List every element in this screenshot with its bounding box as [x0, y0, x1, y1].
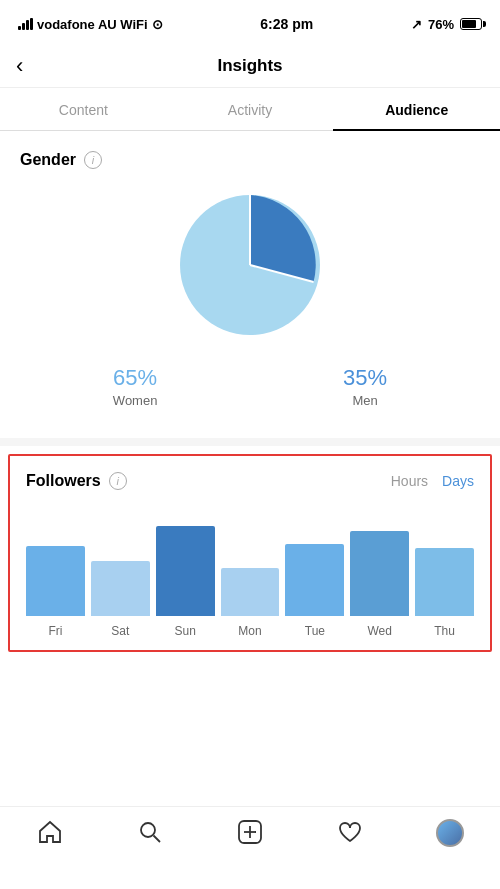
section-divider [0, 438, 500, 446]
bar [350, 531, 409, 616]
bar [26, 546, 85, 616]
pie-chart-container [20, 185, 480, 345]
bar-day-label: Wed [350, 624, 409, 638]
followers-title: Followers i [26, 472, 127, 490]
women-percent: 65% [113, 365, 158, 391]
tabs-bar: Content Activity Audience [0, 88, 500, 131]
add-icon [237, 819, 263, 851]
bar-day-label: Fri [26, 624, 85, 638]
nav-search[interactable] [100, 819, 200, 851]
back-button[interactable]: ‹ [16, 53, 23, 79]
profile-avatar [436, 819, 464, 847]
time-display: 6:28 pm [260, 16, 313, 32]
men-stat: 35% Men [343, 365, 387, 408]
bar [415, 548, 474, 616]
followers-info-icon[interactable]: i [109, 472, 127, 490]
bar-item: Tue [285, 510, 344, 616]
hours-button[interactable]: Hours [391, 473, 428, 489]
location-icon: ↗ [411, 17, 422, 32]
followers-section: Followers i Hours Days FriSatSunMonTueWe… [8, 454, 492, 652]
followers-controls: Hours Days [391, 473, 474, 489]
signal-icon [18, 18, 33, 30]
gender-pie-chart [170, 185, 330, 345]
carrier-text: vodafone AU WiFi [37, 17, 148, 32]
header: ‹ Insights [0, 44, 500, 88]
bar-day-label: Thu [415, 624, 474, 638]
bar-item: Sun [156, 510, 215, 616]
gender-section: Gender i 65% Women [0, 131, 500, 438]
gender-info-icon[interactable]: i [84, 151, 102, 169]
home-icon [37, 819, 63, 851]
tab-audience[interactable]: Audience [333, 88, 500, 130]
bottom-nav [0, 806, 500, 889]
bar [156, 526, 215, 616]
men-percent: 35% [343, 365, 387, 391]
page-title: Insights [217, 56, 282, 76]
nav-profile[interactable] [400, 819, 500, 847]
battery-percent: 76% [428, 17, 454, 32]
heart-icon [337, 819, 363, 851]
bar-item: Mon [221, 510, 280, 616]
gender-stats: 65% Women 35% Men [20, 365, 480, 408]
bar [221, 568, 280, 616]
days-button[interactable]: Days [442, 473, 474, 489]
men-label: Men [343, 393, 387, 408]
search-icon [137, 819, 163, 851]
bar-day-label: Tue [285, 624, 344, 638]
main-content: Gender i 65% Women [0, 131, 500, 800]
svg-point-3 [141, 823, 155, 837]
bar-day-label: Sun [156, 624, 215, 638]
bar-item: Fri [26, 510, 85, 616]
bar-item: Wed [350, 510, 409, 616]
followers-header: Followers i Hours Days [26, 472, 474, 490]
status-left: vodafone AU WiFi ⊙ [18, 17, 163, 32]
bar-day-label: Mon [221, 624, 280, 638]
battery-icon [460, 18, 482, 30]
nav-heart[interactable] [300, 819, 400, 851]
status-right: ↗ 76% [411, 17, 482, 32]
bar-day-label: Sat [91, 624, 150, 638]
nav-add[interactable] [200, 819, 300, 851]
tab-activity[interactable]: Activity [167, 88, 334, 130]
bar-item: Thu [415, 510, 474, 616]
wifi-icon: ⊙ [152, 17, 163, 32]
nav-home[interactable] [0, 819, 100, 851]
gender-title: Gender i [20, 151, 480, 169]
bar-item: Sat [91, 510, 150, 616]
women-label: Women [113, 393, 158, 408]
tab-content[interactable]: Content [0, 88, 167, 130]
status-bar: vodafone AU WiFi ⊙ 6:28 pm ↗ 76% [0, 0, 500, 44]
bar [285, 544, 344, 616]
bar-chart: FriSatSunMonTueWedThu [26, 510, 474, 640]
svg-line-4 [154, 836, 161, 843]
bar [91, 561, 150, 616]
women-stat: 65% Women [113, 365, 158, 408]
